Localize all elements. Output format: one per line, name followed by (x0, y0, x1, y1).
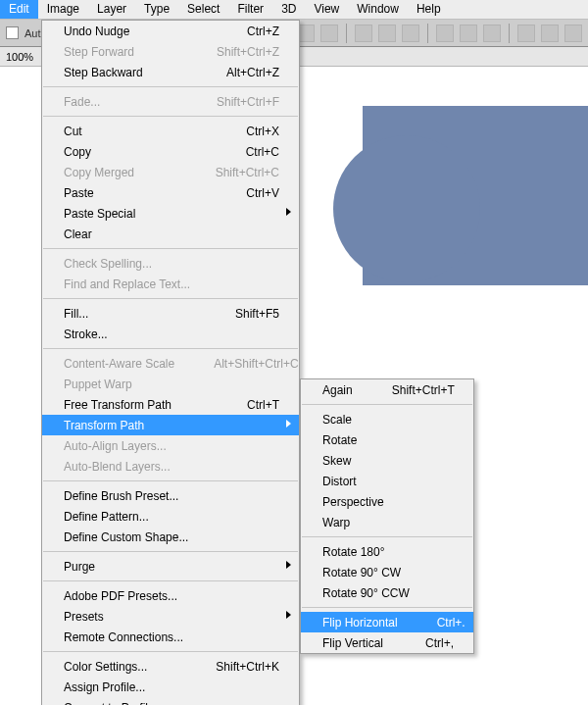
menu-item-label: Rotate 90° CW (322, 566, 454, 579)
distribute-icon-4[interactable] (517, 25, 535, 42)
edit-menu-item-step-forward: Step ForwardShift+Ctrl+Z (42, 41, 299, 62)
menubar-item-help[interactable]: Help (408, 0, 450, 19)
zoom-level: 100% (6, 51, 33, 63)
align-icon-4[interactable] (355, 25, 372, 42)
menu-item-label: Perspective (322, 495, 454, 509)
edit-menu-item-assign-profile[interactable]: Assign Profile... (42, 677, 299, 697)
transform-menu-item-rotate-90-cw[interactable]: Rotate 90° CW (301, 562, 473, 582)
submenu-arrow-icon (286, 420, 291, 428)
edit-menu-item-paste-special[interactable]: Paste Special (42, 203, 299, 224)
menubar-item-edit[interactable]: Edit (0, 0, 38, 19)
transform-menu-item-rotate[interactable]: Rotate (301, 429, 473, 450)
menu-item-label: Step Backward (64, 66, 226, 79)
menu-item-label: Assign Profile... (64, 680, 279, 694)
align-icon-6[interactable] (402, 25, 419, 42)
menu-separator (302, 607, 472, 608)
menu-item-shortcut: Shift+F5 (235, 307, 279, 321)
menu-item-label: Copy Merged (64, 166, 216, 179)
menu-separator (43, 348, 298, 349)
submenu-arrow-icon (286, 611, 291, 619)
edit-menu-item-step-backward[interactable]: Step BackwardAlt+Ctrl+Z (42, 62, 299, 82)
submenu-arrow-icon (286, 561, 291, 569)
edit-menu-item-define-custom-shape[interactable]: Define Custom Shape... (42, 527, 299, 547)
menu-item-label: Find and Replace Text... (64, 277, 279, 291)
edit-menu: Undo NudgeCtrl+ZStep ForwardShift+Ctrl+Z… (41, 20, 300, 705)
edit-menu-item-purge[interactable]: Purge (42, 556, 299, 577)
menu-item-label: Paste Special (64, 207, 279, 221)
transform-menu-item-scale[interactable]: Scale (301, 409, 473, 429)
distribute-icon-5[interactable] (541, 25, 559, 42)
menubar-item-image[interactable]: Image (38, 0, 88, 19)
menu-item-shortcut: Shift+Ctrl+F (217, 95, 279, 109)
edit-menu-item-fade: Fade...Shift+Ctrl+F (42, 91, 299, 112)
menubar-item-layer[interactable]: Layer (88, 0, 135, 19)
menu-item-shortcut: Ctrl+X (246, 125, 279, 138)
edit-menu-item-content-aware-scale: Content-Aware ScaleAlt+Shift+Ctrl+C (42, 353, 299, 374)
menubar-item-window[interactable]: Window (348, 0, 408, 19)
auto-checkbox[interactable] (6, 26, 19, 39)
transform-menu-item-rotate-180[interactable]: Rotate 180° (301, 541, 473, 562)
edit-menu-item-cut[interactable]: CutCtrl+X (42, 121, 299, 141)
edit-menu-item-presets[interactable]: Presets (42, 606, 299, 627)
menu-separator (43, 86, 298, 87)
menu-item-label: Distort (322, 475, 454, 488)
menu-separator (43, 248, 298, 249)
menu-item-shortcut: Shift+Ctrl+T (392, 383, 455, 397)
menubar-item-select[interactable]: Select (178, 0, 228, 19)
menubar-item-filter[interactable]: Filter (228, 0, 272, 19)
menu-item-label: Transform Path (64, 419, 279, 432)
menu-item-label: Clear (64, 227, 279, 241)
menu-item-label: Scale (322, 413, 454, 427)
transform-menu-item-flip-vertical[interactable]: Flip VerticalCtrl+, (301, 632, 473, 653)
menubar-item-view[interactable]: View (305, 0, 348, 19)
menu-item-shortcut: Shift+Ctrl+C (216, 166, 279, 179)
transform-path-submenu: AgainShift+Ctrl+TScaleRotateSkewDistortP… (300, 378, 474, 654)
edit-menu-item-undo-nudge[interactable]: Undo NudgeCtrl+Z (42, 21, 299, 41)
transform-menu-item-distort[interactable]: Distort (301, 471, 473, 491)
menu-item-label: Fade... (64, 95, 217, 109)
menu-item-label: Convert to Profile... (64, 701, 279, 706)
edit-menu-item-adobe-pdf-presets[interactable]: Adobe PDF Presets... (42, 585, 299, 606)
transform-menu-item-again[interactable]: AgainShift+Ctrl+T (301, 379, 473, 400)
transform-menu-item-flip-horizontal[interactable]: Flip HorizontalCtrl+. (301, 612, 473, 632)
align-icon-3[interactable] (320, 25, 338, 42)
menu-item-shortcut: Alt+Ctrl+Z (226, 66, 279, 79)
distribute-icon-1[interactable] (436, 25, 454, 42)
menu-item-label: Step Forward (64, 45, 217, 59)
menu-item-label: Copy (64, 145, 246, 159)
edit-menu-item-copy[interactable]: CopyCtrl+C (42, 141, 299, 162)
edit-menu-item-color-settings[interactable]: Color Settings...Shift+Ctrl+K (42, 656, 299, 677)
menubar-item-3d[interactable]: 3D (272, 0, 305, 19)
menu-item-label: Puppet Warp (64, 378, 279, 391)
distribute-icon-3[interactable] (483, 25, 501, 42)
edit-menu-item-fill[interactable]: Fill...Shift+F5 (42, 303, 299, 324)
transform-menu-item-skew[interactable]: Skew (301, 450, 473, 471)
toolbar-separator (346, 24, 347, 43)
menu-item-label: Fill... (64, 307, 235, 321)
edit-menu-item-remote-connections[interactable]: Remote Connections... (42, 627, 299, 647)
align-icon-5[interactable] (378, 25, 396, 42)
edit-menu-item-transform-path[interactable]: Transform Path (42, 415, 299, 435)
menu-item-label: Define Brush Preset... (64, 489, 279, 503)
edit-menu-item-define-brush-preset[interactable]: Define Brush Preset... (42, 485, 299, 506)
menu-item-shortcut: Ctrl+Z (247, 25, 279, 38)
edit-menu-item-free-transform-path[interactable]: Free Transform PathCtrl+T (42, 394, 299, 415)
transform-menu-item-perspective[interactable]: Perspective (301, 491, 473, 512)
edit-menu-item-define-pattern[interactable]: Define Pattern... (42, 506, 299, 527)
menu-item-label: Paste (64, 186, 246, 200)
edit-menu-item-clear[interactable]: Clear (42, 224, 299, 244)
menu-item-label: Undo Nudge (64, 25, 247, 38)
edit-menu-item-auto-align-layers: Auto-Align Layers... (42, 435, 299, 456)
edit-menu-item-paste[interactable]: PasteCtrl+V (42, 182, 299, 203)
menu-item-label: Warp (322, 516, 454, 529)
distribute-icon-2[interactable] (460, 25, 477, 42)
edit-menu-item-convert-to-profile[interactable]: Convert to Profile... (42, 697, 299, 705)
menu-separator (43, 551, 298, 552)
edit-menu-item-stroke[interactable]: Stroke... (42, 324, 299, 344)
distribute-icon-6[interactable] (564, 25, 582, 42)
menu-item-label: Color Settings... (64, 660, 216, 674)
transform-menu-item-warp[interactable]: Warp (301, 512, 473, 532)
menu-item-shortcut: Ctrl+, (425, 636, 454, 650)
menubar-item-type[interactable]: Type (135, 0, 178, 19)
transform-menu-item-rotate-90-ccw[interactable]: Rotate 90° CCW (301, 582, 473, 603)
